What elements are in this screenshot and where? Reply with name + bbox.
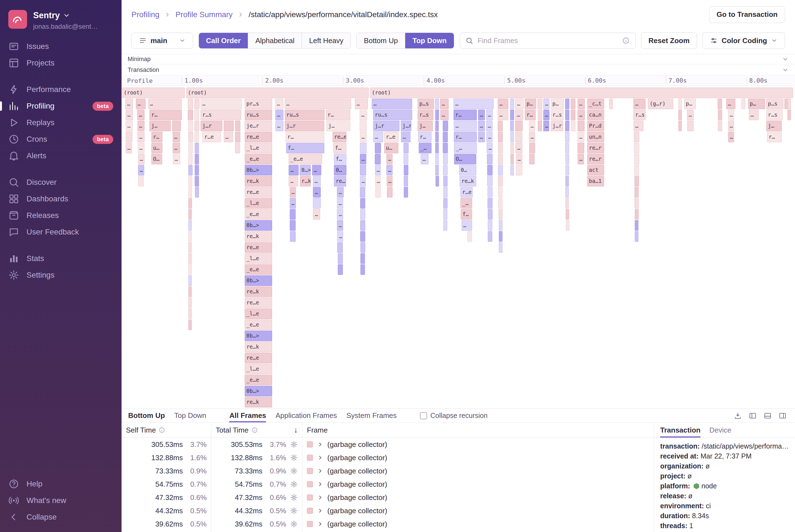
flame-frame[interactable]: re…k [245, 286, 272, 297]
flame-frame[interactable]: _c…t [587, 99, 604, 109]
flame-frame[interactable]: … [454, 121, 477, 131]
gear-icon[interactable] [290, 454, 298, 461]
flame-frame[interactable]: … [312, 165, 321, 175]
flame-frame[interactable]: re…e [245, 298, 272, 308]
flame-frame[interactable] [578, 121, 585, 131]
flame-frame[interactable] [788, 110, 791, 120]
flame-frame[interactable] [718, 121, 722, 131]
flame-frame[interactable] [498, 187, 503, 197]
flame-frame[interactable] [443, 220, 447, 231]
total-time-header[interactable]: Total Time ↓ [211, 423, 302, 438]
sidebar-item-projects[interactable]: Projects [0, 55, 121, 71]
sidebar-item-stats[interactable]: Stats [0, 250, 121, 267]
flame-frame[interactable]: r…s [418, 110, 433, 120]
flame-frame[interactable] [529, 154, 534, 164]
flame-frame[interactable] [498, 154, 503, 164]
flame-frame[interactable]: (root) [122, 88, 185, 98]
flame-frame[interactable] [510, 121, 514, 131]
flame-frame[interactable] [443, 198, 448, 209]
flame-frame[interactable]: r… [767, 132, 782, 142]
flame-frame[interactable] [235, 143, 240, 153]
flame-frame[interactable] [360, 220, 365, 231]
flame-frame[interactable] [488, 231, 492, 242]
flame-frame[interactable] [188, 176, 192, 187]
flame-frame[interactable] [498, 198, 503, 209]
expand-chevron-icon[interactable] [317, 441, 323, 448]
flame-frame[interactable] [538, 110, 542, 120]
flame-frame[interactable] [360, 121, 366, 131]
flame-frame[interactable]: … [461, 220, 472, 231]
flame-frame[interactable] [678, 110, 682, 120]
flame-frame[interactable] [565, 198, 569, 209]
flame-frame[interactable]: 0b…> [245, 220, 272, 231]
flame-frame[interactable] [172, 121, 181, 131]
flame-frame[interactable]: … [313, 209, 320, 220]
flame-frame[interactable] [188, 187, 192, 197]
flame-frame[interactable] [387, 187, 393, 197]
flame-frame[interactable] [188, 132, 193, 142]
sidebar-item-releases[interactable]: Releases [0, 207, 121, 224]
flame-frame[interactable]: … [375, 165, 381, 175]
flame-frame[interactable]: … [355, 99, 368, 109]
flame-frame[interactable] [404, 176, 408, 187]
flame-frame[interactable]: … [313, 187, 320, 197]
flame-frame[interactable]: ca…n [587, 110, 604, 120]
sidebar-item-settings[interactable]: Settings [0, 267, 121, 283]
flame-frame[interactable] [498, 143, 503, 153]
flame-frame[interactable] [360, 187, 365, 197]
minimap-section-header[interactable]: Minimap [121, 54, 795, 64]
flame-frame[interactable]: … [578, 132, 584, 142]
flame-frame[interactable]: … [487, 143, 493, 153]
flame-frame[interactable] [360, 143, 366, 153]
flame-frame[interactable] [360, 209, 365, 220]
flame-frame[interactable]: … [173, 132, 180, 142]
flame-frame[interactable] [566, 220, 569, 231]
sidebar-item-discover[interactable]: Discover [0, 174, 121, 191]
flame-frame[interactable] [435, 121, 439, 131]
flame-frame[interactable]: j… [326, 121, 350, 131]
flame-frame[interactable]: Pr…d [587, 121, 604, 131]
flame-frame[interactable]: … [515, 110, 523, 120]
flame-frame[interactable] [498, 132, 503, 142]
flame-frame[interactable]: re…r [587, 143, 604, 153]
flame-frame[interactable]: _l…e [245, 308, 272, 319]
flame-frame[interactable] [516, 165, 522, 175]
flame-frame[interactable] [788, 99, 791, 109]
flame-frame[interactable]: … [578, 154, 584, 164]
flame-frame[interactable]: r…s [633, 110, 645, 120]
flame-frame[interactable] [498, 121, 503, 131]
flame-frame[interactable] [338, 264, 343, 275]
flame-frame[interactable]: re…e [333, 132, 346, 142]
flame-frame[interactable] [565, 132, 569, 142]
flame-frame[interactable]: … [201, 99, 242, 109]
flame-frame[interactable] [571, 99, 575, 109]
flame-frame[interactable]: _e…e [245, 209, 272, 220]
flame-frame[interactable] [578, 143, 584, 153]
flame-frame[interactable] [188, 99, 193, 109]
flame-frame[interactable]: p… [551, 99, 564, 109]
flame-frame[interactable]: f… [286, 143, 324, 153]
flame-frame[interactable]: … [290, 198, 296, 209]
flame-frame[interactable] [375, 154, 381, 164]
chevron-down-icon[interactable] [782, 56, 789, 63]
flame-frame[interactable]: … [728, 121, 734, 131]
flame-frame[interactable] [634, 143, 639, 153]
flame-frame[interactable]: … [373, 132, 383, 142]
flame-frame[interactable] [467, 231, 472, 242]
flame-frame[interactable]: p… [525, 99, 536, 109]
expand-chevron-icon[interactable] [317, 494, 323, 501]
flame-frame[interactable]: … [440, 110, 449, 120]
flame-frame[interactable] [634, 154, 639, 164]
flame-frame[interactable]: re…e [245, 132, 272, 142]
flame-frame[interactable] [443, 165, 448, 175]
flame-frame[interactable]: … [421, 154, 429, 164]
flame-frame[interactable]: re…r [587, 154, 604, 164]
flame-frame[interactable]: j… [149, 121, 171, 131]
info-icon[interactable] [622, 37, 630, 44]
dock-left-icon[interactable] [749, 412, 757, 420]
flame-frame[interactable] [609, 99, 613, 109]
flame-frame[interactable] [635, 231, 639, 242]
flame-frame[interactable]: 0b…> [245, 276, 272, 286]
flame-frame[interactable] [498, 165, 503, 175]
flame-frame[interactable]: … [375, 176, 381, 187]
